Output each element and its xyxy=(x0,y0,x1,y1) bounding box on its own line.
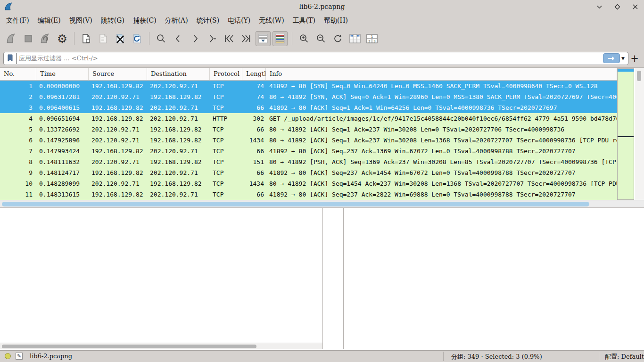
window-controls xyxy=(596,0,638,13)
open-file-icon[interactable] xyxy=(79,31,94,46)
packet-cell: 0.096317281 xyxy=(36,91,89,102)
zoom-in-icon[interactable] xyxy=(297,31,312,46)
bookmark-icon[interactable] xyxy=(4,52,16,65)
resize-columns-icon[interactable] xyxy=(347,31,363,46)
zoom-reset-icon[interactable] xyxy=(330,31,346,46)
menu-item[interactable]: 跳转(G) xyxy=(97,14,129,27)
packet-cell: 0.147993424 xyxy=(36,146,89,156)
find-packet-icon[interactable] xyxy=(154,31,169,46)
pane-divider[interactable] xyxy=(322,208,323,349)
go-next-packet-icon[interactable] xyxy=(188,31,203,46)
column-header-time[interactable]: Time xyxy=(36,68,89,80)
capture-comment-icon[interactable]: ✎ xyxy=(16,353,23,360)
stop-capture-icon[interactable] xyxy=(21,31,36,46)
minimap-selected-band xyxy=(618,69,634,72)
vscrollbar-thumb[interactable] xyxy=(637,71,641,81)
menu-item[interactable]: 编辑(E) xyxy=(33,14,65,27)
detail-hscrollbar-thumb[interactable] xyxy=(2,345,256,348)
packet-cell: TCP xyxy=(210,156,242,167)
restart-capture-icon[interactable] xyxy=(38,31,53,46)
packet-cell: 80 → 41892 [ACK] Seq=1 Ack=237 Win=30208… xyxy=(266,124,617,135)
menu-item[interactable]: 电话(Y) xyxy=(223,14,255,27)
arrow-right-icon xyxy=(607,56,616,61)
caret-down-icon[interactable]: ▼ xyxy=(621,56,625,61)
packet-row[interactable]: 30.096400615192.168.129.82202.120.92.71T… xyxy=(0,102,617,113)
packet-cell: 7 xyxy=(0,146,36,156)
pane-divider[interactable] xyxy=(343,208,344,349)
hscrollbar-thumb[interactable] xyxy=(2,202,589,206)
intelligent-scrollbar-minimap[interactable] xyxy=(617,68,634,200)
column-header-destination[interactable]: Destination xyxy=(147,68,210,80)
column-header-source[interactable]: Source xyxy=(89,68,147,80)
packet-list-vscrollbar[interactable] xyxy=(635,68,644,200)
packet-row[interactable]: 80.148111632202.120.92.71192.168.129.82T… xyxy=(0,156,617,167)
apply-filter-button[interactable] xyxy=(603,53,620,63)
menu-item[interactable]: 视图(V) xyxy=(65,14,97,27)
menu-item[interactable]: 捕获(C) xyxy=(129,14,161,27)
packet-row[interactable]: 60.147925896202.120.92.71192.168.129.82T… xyxy=(0,135,617,146)
packet-cell: GET /_upload/article/images/1c/ef/9417e1… xyxy=(266,113,617,124)
menu-item[interactable]: 分析(A) xyxy=(161,14,192,27)
maximize-icon[interactable] xyxy=(614,3,620,10)
minimap-view-line xyxy=(618,136,634,137)
column-header-no[interactable]: No. xyxy=(0,68,36,80)
menu-item[interactable]: 帮助(H) xyxy=(320,14,352,27)
packet-row[interactable]: 20.096317281202.120.92.71192.168.129.82T… xyxy=(0,91,617,102)
capture-options-icon[interactable]: ⚙ xyxy=(55,31,70,46)
packet-row[interactable]: 110.148313615192.168.129.82202.120.92.71… xyxy=(0,189,617,200)
go-first-packet-icon[interactable] xyxy=(222,31,237,46)
packet-cell: 192.168.129.82 xyxy=(147,156,210,167)
column-header-protocol[interactable]: Protocol xyxy=(210,68,242,80)
go-to-packet-icon[interactable] xyxy=(205,31,220,46)
packet-cell: HTTP xyxy=(210,113,242,124)
packet-cell: 41892 → 80 [ACK] Seq=237 Ack=1369 Win=67… xyxy=(266,146,617,156)
close-icon[interactable] xyxy=(632,3,638,10)
packet-cell: 192.168.129.82 xyxy=(147,135,210,146)
display-filter-input[interactable] xyxy=(17,54,603,62)
packet-cell: 202.120.92.71 xyxy=(147,189,210,200)
packet-cell: 3 xyxy=(0,102,36,113)
title-bar: lib6-2.pcapng xyxy=(0,0,644,13)
menu-item[interactable]: 统计(S) xyxy=(192,14,224,27)
packet-cell: 66 xyxy=(242,189,266,200)
packet-cell: 8 xyxy=(0,156,36,167)
packet-row[interactable]: 10.000000000192.168.129.82202.120.92.71T… xyxy=(0,81,617,91)
status-profile[interactable]: 配置: Default xyxy=(605,353,644,361)
packet-row[interactable]: 40.096651694192.168.129.82202.120.92.71H… xyxy=(0,113,617,124)
go-last-packet-icon[interactable] xyxy=(239,31,254,46)
zoom-out-icon[interactable] xyxy=(314,31,329,46)
column-header-length[interactable]: Length xyxy=(242,68,266,80)
minimize-icon[interactable] xyxy=(596,3,603,10)
menu-item[interactable]: 文件(F) xyxy=(2,14,33,27)
packet-cell: 1434 xyxy=(242,135,266,146)
packet-row[interactable]: 70.147993424192.168.129.82202.120.92.71T… xyxy=(0,146,617,156)
detail-pane-hscrollbar[interactable] xyxy=(0,343,322,349)
go-previous-packet-icon[interactable] xyxy=(171,31,186,46)
packet-row[interactable]: 50.133726692202.120.92.71192.168.129.82T… xyxy=(0,124,617,135)
packet-list-area: No.TimeSourceDestinationProtocolLengthIn… xyxy=(0,68,644,207)
close-file-icon[interactable] xyxy=(113,31,128,46)
save-file-icon[interactable] xyxy=(96,31,111,46)
menu-item[interactable]: 工具(T) xyxy=(289,14,320,27)
wireshark-window: lib6-2.pcapng 文件(F)编辑(E)视图(V)跳转(G)捕获(C)分… xyxy=(0,0,644,362)
reload-file-icon[interactable] xyxy=(130,31,145,46)
packet-row[interactable]: 100.148289099202.120.92.71192.168.129.82… xyxy=(0,178,617,189)
auto-scroll-icon[interactable] xyxy=(256,31,271,46)
start-capture-icon[interactable] xyxy=(4,31,19,46)
packet-cell: 11 xyxy=(0,189,36,200)
colorize-packets-icon[interactable] xyxy=(272,31,288,46)
packet-cell: TCP xyxy=(210,167,242,178)
column-header-info[interactable]: Info xyxy=(266,68,617,80)
packet-row[interactable]: 90.148124717192.168.129.82202.120.92.71T… xyxy=(0,167,617,178)
menu-item[interactable]: 无线(W) xyxy=(255,14,288,27)
layout-123-icon[interactable]: 123 xyxy=(364,31,380,46)
packet-cell: 202.120.92.71 xyxy=(89,135,147,146)
main-toolbar: ⚙ 123 xyxy=(0,28,644,49)
display-filter-field[interactable]: ▼ xyxy=(3,52,628,65)
packet-list-hscrollbar[interactable] xyxy=(0,200,644,207)
expert-info-icon[interactable] xyxy=(5,353,11,359)
packet-cell: 5 xyxy=(0,124,36,135)
packet-cell: 0.000000000 xyxy=(36,81,89,91)
packet-cell: 41892 → 80 [ACK] Seq=237 Ack=2822 Win=69… xyxy=(266,189,617,200)
add-filter-button[interactable]: + xyxy=(628,53,641,64)
